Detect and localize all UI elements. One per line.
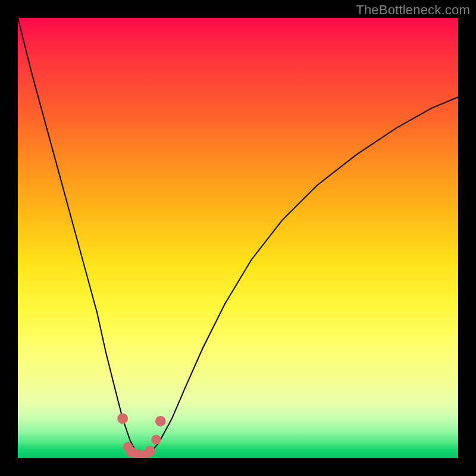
curve-markers [117, 414, 166, 459]
curve-marker [145, 446, 155, 456]
curve-marker [155, 416, 166, 427]
watermark-text: TheBottleneck.com [356, 2, 470, 18]
curve-layer [18, 18, 458, 458]
chart-frame: TheBottleneck.com [0, 0, 476, 476]
curve-marker [117, 414, 128, 424]
bottleneck-curve [18, 18, 458, 456]
plot-area [18, 18, 458, 458]
curve-marker [151, 435, 161, 444]
